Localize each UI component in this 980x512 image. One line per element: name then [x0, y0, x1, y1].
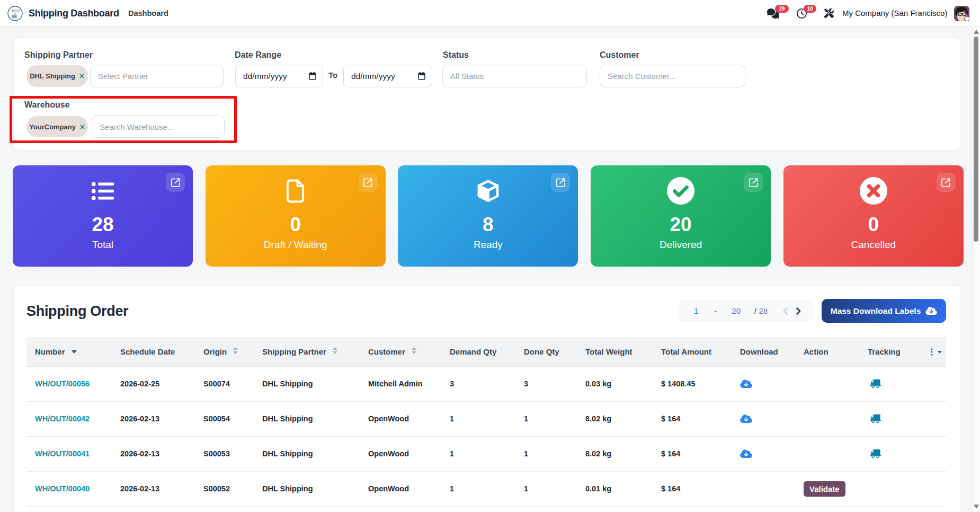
svg-text:doo: doo — [14, 8, 20, 12]
